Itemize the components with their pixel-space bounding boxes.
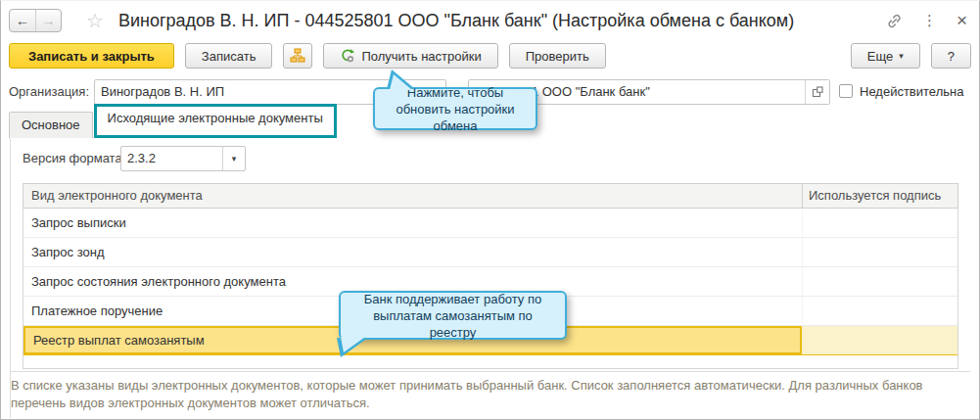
hint-divider	[10, 371, 970, 372]
window-title: Виноградов В. Н. ИП - 044525801 ООО "Бла…	[118, 11, 794, 31]
favorite-star-icon[interactable]: ☆	[86, 9, 104, 32]
refresh-gear-icon	[340, 48, 355, 64]
exchange-structure-button[interactable]	[283, 43, 312, 69]
tab-outgoing-documents[interactable]: Исходящие электронные документы	[94, 104, 337, 138]
titlebar: ← → ☆ Виноградов В. Н. ИП - 044525801 ОО…	[1, 1, 979, 40]
link-icon[interactable]	[886, 13, 903, 29]
column-header-document-type: Вид электронного документа	[23, 184, 802, 208]
get-settings-tooltip-text: Нажмите, чтобы обновить настройки обмена	[383, 84, 528, 134]
format-version-label: Версия формата:	[23, 146, 125, 171]
get-settings-tooltip: Нажмите, чтобы обновить настройки обмена	[373, 87, 537, 130]
help-button[interactable]: ?	[931, 43, 971, 69]
invalid-checkbox[interactable]	[839, 84, 853, 98]
more-label: Еще	[867, 49, 893, 64]
table-header: Вид электронного документа Используется …	[23, 183, 958, 209]
chevron-down-icon[interactable]: ▾	[222, 147, 245, 170]
table-empty-space	[23, 355, 957, 368]
open-icon[interactable]	[805, 80, 829, 104]
tab-main[interactable]: Основное	[9, 112, 93, 138]
back-button[interactable]: ←	[10, 10, 35, 31]
document-types-table: Вид электронного документа Используется …	[23, 183, 958, 369]
window-menu-icon[interactable]: ⋮	[922, 14, 937, 27]
history-nav-group: ← →	[9, 9, 62, 32]
toolbar: Записать и закрыть Записать	[1, 42, 979, 70]
chevron-down-icon: ▾	[899, 51, 904, 61]
selfemployed-registry-tooltip: Банк поддерживает работу по выплатам сам…	[339, 291, 567, 340]
close-icon[interactable]: ×	[957, 12, 967, 29]
forward-button[interactable]: →	[35, 10, 61, 31]
save-and-close-button[interactable]: Записать и закрыть	[9, 43, 174, 69]
table-row[interactable]: Запрос выписки	[23, 209, 957, 238]
get-settings-button[interactable]: Получить настройки	[323, 43, 497, 69]
hint-text: В списке указаны виды электронных докуме…	[11, 377, 963, 412]
check-button[interactable]: Проверить	[509, 43, 606, 69]
tab-bar: Основное Исходящие электронные документы	[9, 110, 337, 138]
org-structure-icon	[290, 48, 305, 64]
column-header-signature: Используется подпись	[802, 184, 957, 208]
table-row[interactable]: Запрос зонд	[23, 238, 957, 267]
format-version-value: 2.3.2	[127, 147, 156, 170]
table-body: Запрос выписки Запрос зонд Запрос состоя…	[23, 209, 958, 369]
more-button[interactable]: Еще ▾	[851, 43, 920, 69]
save-button[interactable]: Записать	[185, 43, 273, 69]
organization-label: Организация:	[9, 79, 89, 105]
titlebar-actions: ⋮ ×	[886, 1, 967, 40]
get-settings-label: Получить настройки	[361, 49, 481, 64]
bank-exchange-settings-window: ← → ☆ Виноградов В. Н. ИП - 044525801 ОО…	[0, 0, 980, 420]
format-version-select[interactable]: 2.3.2 ▾	[120, 146, 246, 171]
selfemployed-registry-tooltip-text: Банк поддерживает работу по выплатам сам…	[349, 291, 557, 341]
invalid-checkbox-label: Недействительна	[860, 79, 963, 105]
